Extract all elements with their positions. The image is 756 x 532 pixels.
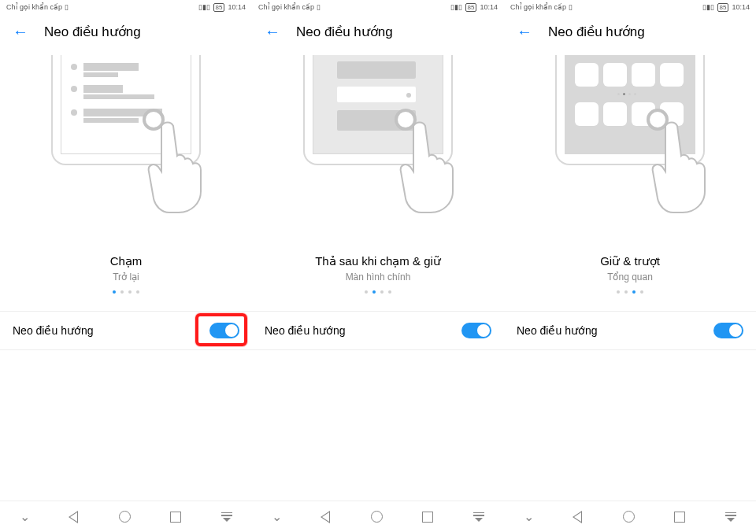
nav-dock-toggle[interactable]: [209, 323, 239, 338]
nav-drawer-icon[interactable]: [221, 512, 232, 522]
nav-dock-setting-row[interactable]: Neo điều hướng: [252, 311, 504, 350]
caption-title: Thả sau khi chạm & giữ: [252, 254, 504, 268]
vibrate-icon: ▯▮▯: [450, 3, 462, 11]
nav-back-icon[interactable]: [574, 511, 584, 523]
setting-label: Neo điều hướng: [517, 324, 598, 337]
setting-label: Neo điều hướng: [265, 324, 346, 337]
system-navbar: ⌄: [252, 501, 504, 532]
nav-home-icon[interactable]: [623, 511, 635, 523]
nav-dock-setting-row[interactable]: Neo điều hướng: [504, 311, 756, 350]
gesture-illustration: [504, 49, 756, 201]
nav-dock-target: [395, 109, 417, 131]
nav-dock-target: [647, 109, 669, 131]
pager-dots: [252, 290, 504, 294]
header: ← Neo điều hướng: [252, 14, 504, 49]
nav-home-icon[interactable]: [371, 511, 383, 523]
vibrate-icon: ▯▮▯: [198, 3, 210, 11]
nav-recent-icon[interactable]: [170, 512, 181, 523]
page-title: Neo điều hướng: [548, 24, 645, 40]
status-network-text: Chỉ gọi khẩn cấp: [510, 3, 566, 11]
status-network-text: Chỉ gọi khẩn cấp: [258, 3, 314, 11]
screen-3: Chỉ gọi khẩn cấp ▯ ▯▮▯ 85 10:14 ← Neo đi…: [504, 0, 756, 532]
sim-icon: ▯: [317, 3, 321, 11]
nav-dock-toggle[interactable]: [461, 323, 491, 338]
system-navbar: ⌄: [0, 501, 252, 532]
nav-recent-icon[interactable]: [674, 512, 685, 523]
gesture-caption: Chạm Trở lại: [0, 254, 252, 283]
back-arrow-icon[interactable]: ←: [13, 23, 28, 41]
setting-label: Neo điều hướng: [13, 324, 94, 337]
sim-icon: ▯: [65, 3, 69, 11]
nav-dock-target: [143, 109, 165, 131]
status-bar: Chỉ gọi khẩn cấp ▯ ▯▮▯ 85 10:14: [504, 0, 756, 14]
header: ← Neo điều hướng: [504, 14, 756, 49]
battery-level: 85: [717, 3, 729, 12]
back-arrow-icon[interactable]: ←: [265, 23, 280, 41]
nav-dock-setting-row[interactable]: Neo điều hướng: [0, 311, 252, 350]
status-network-text: Chỉ gọi khẩn cấp: [6, 3, 62, 11]
sim-icon: ▯: [569, 3, 573, 11]
caption-title: Giữ & trượt: [504, 254, 756, 268]
nav-drawer-icon[interactable]: [473, 512, 484, 522]
battery-level: 85: [465, 3, 477, 12]
nav-dock-toggle[interactable]: [713, 323, 743, 338]
caption-subtitle: Trở lại: [0, 272, 252, 283]
caption-subtitle: Tổng quan: [504, 272, 756, 283]
nav-home-icon[interactable]: [119, 511, 131, 523]
screen-1: Chỉ gọi khẩn cấp ▯ ▯▮▯ 85 10:14 ← Neo đi…: [0, 0, 252, 532]
pager-dots: [504, 290, 756, 294]
gesture-illustration: [252, 49, 504, 201]
nav-drawer-icon[interactable]: [725, 512, 736, 522]
gesture-caption: Thả sau khi chạm & giữ Màn hình chính: [252, 254, 504, 283]
page-title: Neo điều hướng: [296, 24, 393, 40]
nav-chevron-down-icon[interactable]: ⌄: [272, 509, 282, 524]
nav-recent-icon[interactable]: [422, 512, 433, 523]
system-navbar: ⌄: [504, 501, 756, 532]
status-time: 10:14: [480, 3, 498, 11]
nav-chevron-down-icon[interactable]: ⌄: [20, 509, 30, 524]
status-bar: Chỉ gọi khẩn cấp ▯ ▯▮▯ 85 10:14: [0, 0, 252, 14]
status-time: 10:14: [228, 3, 246, 11]
pager-dots: [0, 290, 252, 294]
screen-2: Chỉ gọi khẩn cấp ▯ ▯▮▯ 85 10:14 ← Neo đi…: [252, 0, 504, 532]
gesture-caption: Giữ & trượt Tổng quan: [504, 254, 756, 283]
status-bar: Chỉ gọi khẩn cấp ▯ ▯▮▯ 85 10:14: [252, 0, 504, 14]
battery-level: 85: [213, 3, 225, 12]
caption-subtitle: Màn hình chính: [252, 272, 504, 283]
nav-chevron-down-icon[interactable]: ⌄: [524, 509, 534, 524]
gesture-illustration: [0, 49, 252, 201]
nav-back-icon[interactable]: [70, 511, 80, 523]
nav-back-icon[interactable]: [322, 511, 332, 523]
status-time: 10:14: [732, 3, 750, 11]
caption-title: Chạm: [0, 254, 252, 268]
header: ← Neo điều hướng: [0, 14, 252, 49]
back-arrow-icon[interactable]: ←: [517, 23, 532, 41]
page-title: Neo điều hướng: [44, 24, 141, 40]
vibrate-icon: ▯▮▯: [702, 3, 714, 11]
